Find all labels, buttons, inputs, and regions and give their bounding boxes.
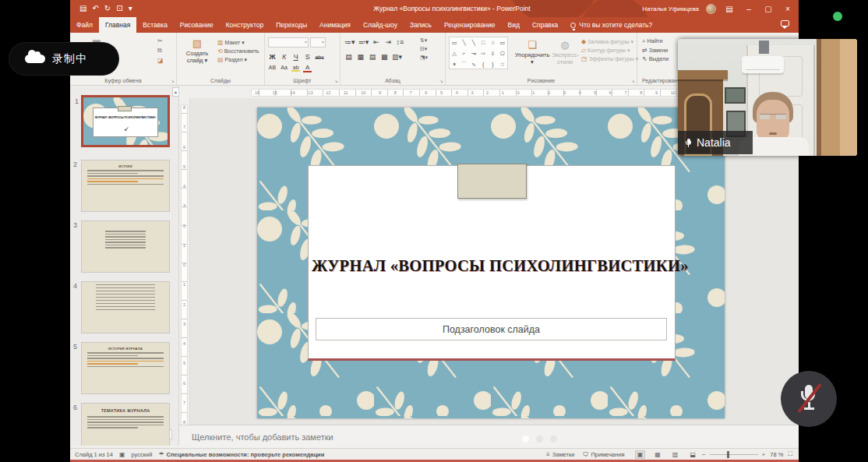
comments-icon[interactable]	[781, 20, 789, 26]
tab-переходы[interactable]: Переходы	[270, 17, 313, 33]
slide-thumbnail-3[interactable]: 3	[81, 220, 170, 273]
format-painter-icon[interactable]: ◪	[157, 57, 164, 64]
undo-icon[interactable]: ↶	[92, 0, 98, 17]
shape-icon[interactable]: }	[488, 59, 497, 70]
shape-icon[interactable]: ⌒	[459, 59, 468, 70]
comments-toggle[interactable]: Примечания	[591, 451, 624, 458]
slide-sorter-view-button[interactable]: ▦	[653, 451, 662, 458]
drawing-dialog-launcher-icon[interactable]: ↘	[631, 78, 635, 83]
smartart-button[interactable]: ⬔▾	[420, 55, 428, 61]
comments-toggle-icon[interactable]: 🗨	[582, 451, 588, 458]
user-avatar[interactable]	[706, 4, 716, 14]
strikethrough-button[interactable]: abc	[315, 55, 323, 60]
normal-view-button[interactable]: ▣	[636, 451, 645, 458]
italic-button[interactable]: К	[280, 53, 288, 61]
shape-icon[interactable]: ▭	[498, 37, 507, 48]
shape-icon[interactable]: ▭	[450, 37, 459, 48]
shape-icon[interactable]: ✶	[450, 59, 459, 70]
close-button[interactable]: ×	[782, 5, 794, 13]
tab-справка[interactable]: Справка	[526, 17, 564, 33]
line-spacing-button[interactable]: ↕≡	[396, 38, 404, 46]
character-spacing-button[interactable]: АВ	[268, 65, 277, 70]
webcam-video-tile[interactable]: Natalia	[678, 39, 857, 156]
align-text-button[interactable]: ⊟▾	[420, 46, 428, 52]
zoom-out-icon[interactable]: −	[702, 451, 706, 458]
justify-button[interactable]: ▩	[380, 53, 389, 61]
zoom-in-icon[interactable]: +	[762, 451, 766, 458]
accessibility-status[interactable]: Специальные возможности: проверьте реком…	[167, 451, 325, 458]
paragraph-dialog-launcher-icon[interactable]: ↘	[439, 78, 443, 83]
slide[interactable]: ЖУРНАЛ «ВОПРОСЫ ПСИХОЛИНГВИСТИКИ» Подзаг…	[257, 108, 725, 418]
slide-thumbnail-1[interactable]: 1ЖУРНАЛ «ВОПРОСЫ ПСИХОЛИНГВИСТИКИ»↙	[81, 95, 170, 147]
underline-button[interactable]: Ч	[291, 53, 300, 61]
repeat-icon[interactable]: ↻	[104, 0, 111, 17]
start-slideshow-icon[interactable]: ⊡	[116, 0, 122, 17]
clipboard-dialog-launcher-icon[interactable]: ↘	[171, 78, 175, 83]
replace-button[interactable]: ⇄ Замени	[642, 47, 669, 54]
restore-button[interactable]: ▢	[762, 5, 774, 13]
numbering-button[interactable]: ≕▾	[358, 38, 369, 46]
shape-icon[interactable]: {	[478, 59, 488, 70]
shape-icon[interactable]: △	[450, 48, 459, 59]
reset-button[interactable]: ⟲ Восстановить	[217, 48, 259, 55]
customize-qat-icon[interactable]: ▾	[129, 0, 132, 17]
change-case-button[interactable]: Аа	[280, 65, 288, 70]
shape-icon[interactable]: □	[478, 37, 488, 48]
cut-icon[interactable]: ✂	[157, 37, 164, 44]
font-name-combo[interactable]	[268, 37, 309, 48]
font-dialog-launcher-icon[interactable]: ↘	[334, 78, 338, 83]
zoom-slider[interactable]: − +	[702, 451, 765, 458]
text-shadow-button[interactable]: S	[303, 53, 312, 61]
zoom-slider-thumb[interactable]	[727, 451, 729, 458]
subtitle-placeholder[interactable]: Подзаголовок слайда	[316, 318, 667, 340]
tab-слайд-шоу[interactable]: Слайд-шоу	[357, 17, 404, 33]
section-button[interactable]: ▤ Раздел ▾	[217, 56, 259, 63]
thumbnails-scroll-up-icon[interactable]: ▲	[172, 87, 179, 97]
ribbon-display-options-icon[interactable]: ▤	[723, 5, 736, 13]
notes-placeholder[interactable]: Щелкните, чтобы добавить заметки	[192, 432, 333, 442]
slide-thumbnail-6[interactable]: 6ТЕМАТИКА ЖУРНАЛА	[81, 403, 170, 446]
shape-effects-button[interactable]: ◳ Эффекты фигуры ▾	[581, 55, 638, 62]
align-left-button[interactable]: ▤	[344, 53, 353, 61]
arrange-button[interactable]: ❏ Упорядочить ▾	[514, 39, 550, 65]
save-icon[interactable]: ▤	[79, 0, 86, 17]
bold-button[interactable]: Ж	[268, 53, 277, 61]
shape-icon[interactable]: ☆	[498, 59, 507, 70]
font-color-button[interactable]: А	[303, 64, 312, 72]
microphone-muted-button[interactable]	[781, 371, 837, 427]
slide-thumbnail-4[interactable]: 4	[81, 281, 170, 333]
slide-thumbnail-2[interactable]: 2ИСТОКИ	[81, 160, 170, 212]
columns-button[interactable]: ▥▾	[392, 53, 402, 61]
reading-view-button[interactable]: ▥	[671, 451, 680, 458]
slide-thumbnail-5[interactable]: 5ИСТОРИЯ ЖУРНАЛА	[81, 342, 170, 394]
shape-icon[interactable]: ○	[488, 37, 497, 48]
slide-title-text[interactable]: ЖУРНАЛ «ВОПРОСЫ ПСИХОЛИНГВИСТИКИ»	[312, 257, 672, 275]
increase-indent-button[interactable]: ⇥	[384, 38, 393, 46]
tab-рисование[interactable]: Рисование	[174, 17, 220, 33]
tab-запись[interactable]: Запись	[404, 17, 438, 33]
tab-вставка[interactable]: Вставка	[136, 17, 174, 33]
shape-icon[interactable]: ⇨	[478, 48, 488, 59]
notes-toggle-icon[interactable]: ≡	[546, 451, 550, 458]
decorative-tab-shape[interactable]	[457, 164, 527, 199]
tell-me-assistant[interactable]: Что вы хотите сделать?	[564, 17, 658, 33]
align-center-button[interactable]: ▦	[356, 53, 365, 61]
tab-конструктор[interactable]: Конструктор	[220, 17, 270, 33]
layout-button[interactable]: ▥ Макет ▾	[217, 39, 259, 46]
copy-icon[interactable]: ⧉	[157, 47, 164, 55]
shape-icon[interactable]: ╲	[459, 37, 468, 48]
shape-icon[interactable]: ∿	[469, 59, 478, 70]
minimize-button[interactable]: –	[743, 5, 755, 13]
shape-icon[interactable]: ↝	[469, 48, 478, 59]
highlight-color-button[interactable]: ab	[291, 65, 300, 72]
language-indicator[interactable]: русский	[132, 451, 153, 458]
tab-вид[interactable]: Вид	[502, 17, 526, 33]
notes-pane[interactable]: Щелкните, чтобы добавить заметки	[179, 425, 799, 448]
find-button[interactable]: ⌕ Найти	[642, 37, 669, 45]
slideshow-view-button[interactable]: ⬓	[688, 451, 697, 458]
tab-анимация[interactable]: Анимация	[313, 17, 357, 33]
select-button[interactable]: ⇖ Выдели	[642, 55, 669, 62]
shape-outline-button[interactable]: ▱ Контур фигуры ▾	[581, 47, 638, 54]
zoom-level[interactable]: 78 %	[770, 451, 783, 458]
shape-fill-button[interactable]: ◆ Заливка фигуры ▾	[581, 38, 638, 45]
